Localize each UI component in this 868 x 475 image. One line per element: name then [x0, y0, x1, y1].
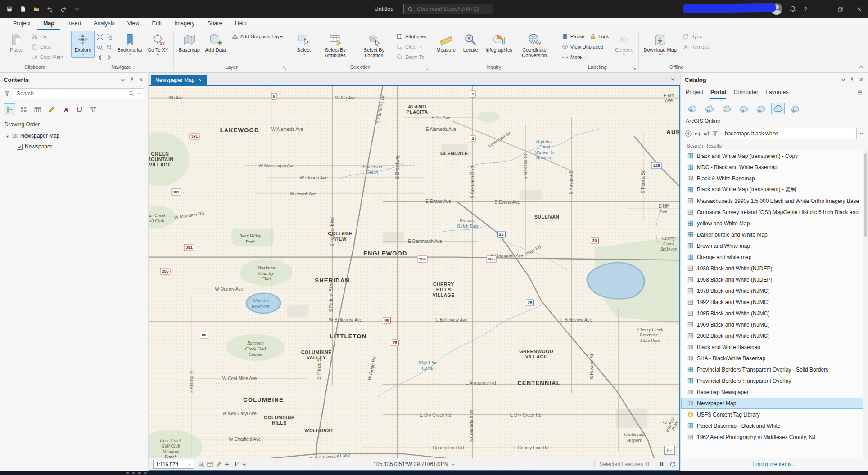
view-unplaced-button[interactable]: View Unplaced — [559, 42, 606, 52]
redo-button[interactable] — [58, 3, 69, 15]
catalog-search[interactable] — [721, 128, 857, 139]
convert-button[interactable]: AConvert — [612, 31, 636, 58]
full-extent-button[interactable] — [95, 32, 104, 42]
undo-button[interactable] — [44, 3, 56, 15]
panel-menu-icon[interactable] — [120, 76, 126, 83]
taskbar-icon[interactable] — [144, 472, 147, 474]
zoom-to-selection-button[interactable] — [105, 32, 114, 42]
list-by-selection-button[interactable] — [32, 103, 43, 115]
next-extent-button[interactable] — [105, 53, 114, 63]
taskbar-sliver[interactable] — [0, 471, 868, 475]
list-by-drawing-order-button[interactable] — [4, 103, 15, 115]
filter-icon[interactable] — [712, 130, 719, 137]
ribbon-tab-map[interactable]: Map — [37, 18, 60, 30]
list-item[interactable]: Ordnance Survey Ireland (OSi) MapGenie H… — [681, 206, 868, 218]
list-item[interactable]: 1992 Black and White (NJMC) — [681, 296, 868, 308]
portal-organization-button[interactable] — [737, 103, 750, 114]
search-history-chevron[interactable] — [859, 130, 864, 136]
list-item[interactable]: Basemap Newspaper — [681, 386, 868, 398]
tree-item-layer[interactable]: Newspaper — [0, 141, 148, 152]
catalog-tab-favorites[interactable]: Favorites — [765, 86, 788, 99]
list-item[interactable]: 1978 Black and White (NJMC) — [681, 285, 868, 296]
tree-item-map[interactable]: Newspaper Map — [0, 130, 148, 141]
select-by-attributes-button[interactable]: Select By Attributes — [316, 31, 354, 59]
list-item[interactable]: 1930 Black and White (NJDEP) — [681, 263, 868, 274]
sync-button[interactable]: Sync — [680, 31, 704, 41]
list-item[interactable]: 1962 Aerial Photography in Middlesex Cou… — [681, 431, 868, 443]
paste-button[interactable]: Paste — [5, 31, 28, 58]
explore-button[interactable]: Explore — [71, 31, 95, 58]
ribbon-tab-view[interactable]: View — [122, 18, 145, 30]
portal-groups-button[interactable] — [703, 103, 716, 114]
command-search[interactable] — [403, 4, 493, 14]
copy-path-button[interactable]: Copy Path — [29, 52, 65, 62]
overview-button[interactable] — [664, 446, 675, 455]
list-item[interactable]: Massachusetts 1990s 1:5,000 Black and Wh… — [681, 195, 868, 206]
select-by-location-button[interactable]: Select By Location — [355, 31, 393, 59]
new-button[interactable] — [17, 3, 29, 15]
list-item[interactable]: 2002 Black and White (NJMC) — [681, 330, 868, 341]
close-panel-icon[interactable] — [858, 76, 864, 83]
list-item[interactable]: 1958 Black and White (NJDEP) — [681, 274, 868, 285]
list-item[interactable]: Parcel Basemap - Black and White — [681, 420, 868, 431]
layer-visibility-checkbox[interactable] — [17, 144, 23, 150]
catalog-search-input[interactable] — [724, 130, 846, 137]
list-item[interactable]: MDC - Black and White Basemap — [681, 161, 868, 173]
ribbon-tab-help[interactable]: Help — [229, 18, 253, 30]
edit-toggle[interactable] — [215, 461, 222, 468]
hidden-tabs-chevron[interactable] — [670, 76, 676, 82]
clear-search-icon[interactable] — [849, 131, 854, 136]
add-toggle[interactable] — [224, 461, 231, 468]
bookmarks-button[interactable]: Bookmarks — [115, 31, 144, 58]
chevron-down-icon[interactable] — [136, 91, 141, 96]
list-item[interactable]: Provincial Borders Transparent Overlay — [681, 375, 868, 386]
sort-descending-icon[interactable] — [694, 130, 701, 137]
locate-button[interactable]: Locate — [459, 31, 482, 58]
expander-icon[interactable] — [5, 134, 9, 139]
customize-qat-button[interactable] — [71, 3, 83, 15]
sort-ascending-icon[interactable] — [703, 130, 710, 137]
pause-labeling-button[interactable]: Pause — [559, 31, 587, 41]
list-by-labeling-button[interactable]: A — [59, 103, 71, 115]
list-item[interactable]: SHA - Black/White Basemap — [681, 353, 868, 364]
help-button[interactable]: ? — [800, 3, 811, 15]
attributes-button[interactable]: Attributes — [394, 31, 428, 41]
add-graphics-layer-button[interactable]: Add Graphics Layer — [229, 31, 286, 41]
contents-search-input[interactable] — [16, 90, 126, 97]
list-by-editing-button[interactable] — [45, 103, 57, 115]
fixed-zoom-in-button[interactable] — [95, 42, 104, 52]
scale-combo[interactable]: 1:116,574 — [153, 460, 194, 469]
measure-button[interactable]: Measure — [434, 31, 458, 58]
coordinates-display[interactable]: 105.1357351°W 39.7106183°N — [373, 461, 455, 467]
copy-button[interactable]: Copy — [29, 42, 54, 52]
list-item[interactable]: Newspaper Map — [681, 398, 868, 409]
back-icon[interactable] — [685, 130, 692, 137]
list-item[interactable]: Black & White Basemap — [681, 173, 868, 184]
save-project-button[interactable] — [4, 3, 15, 15]
select-button[interactable]: Select — [292, 31, 316, 58]
refresh-button[interactable] — [669, 461, 676, 467]
list-item[interactable]: 1969 Black and White (NJMC) — [681, 319, 868, 330]
remove-button[interactable]: Remove — [680, 42, 712, 52]
list-item[interactable]: Brown and White map — [681, 240, 868, 251]
clear-button[interactable]: Clear — [394, 42, 425, 52]
ribbon-tab-insert[interactable]: Insert — [61, 18, 87, 30]
list-item[interactable]: Black and White Map (transparent) - 复制 — [681, 184, 868, 195]
list-item[interactable]: USFS Content Tag Library — [681, 409, 868, 420]
ribbon-tab-share[interactable]: Share — [201, 18, 228, 30]
portal-my-content-button[interactable] — [686, 103, 699, 114]
list-by-source-button[interactable] — [18, 103, 29, 115]
open-button[interactable] — [31, 3, 42, 15]
pin-icon[interactable] — [129, 76, 135, 83]
coordinate-conversion-button[interactable]: XYCoordinate Conversion — [515, 31, 553, 59]
more-button[interactable]: More — [559, 52, 590, 62]
north-arrow-toggle[interactable]: N — [232, 461, 239, 468]
list-by-snapping-button[interactable] — [73, 103, 85, 115]
minimize-button[interactable] — [812, 0, 830, 18]
portal-arcgis-online-button[interactable] — [771, 103, 785, 114]
lock-labels-button[interactable]: Lock — [587, 31, 611, 41]
scrollbar[interactable] — [863, 150, 868, 458]
panel-menu-icon[interactable] — [840, 76, 846, 83]
list-item[interactable]: yellow and White Map — [681, 218, 868, 229]
map-view-tab[interactable]: Newspaper Map — [151, 75, 207, 85]
